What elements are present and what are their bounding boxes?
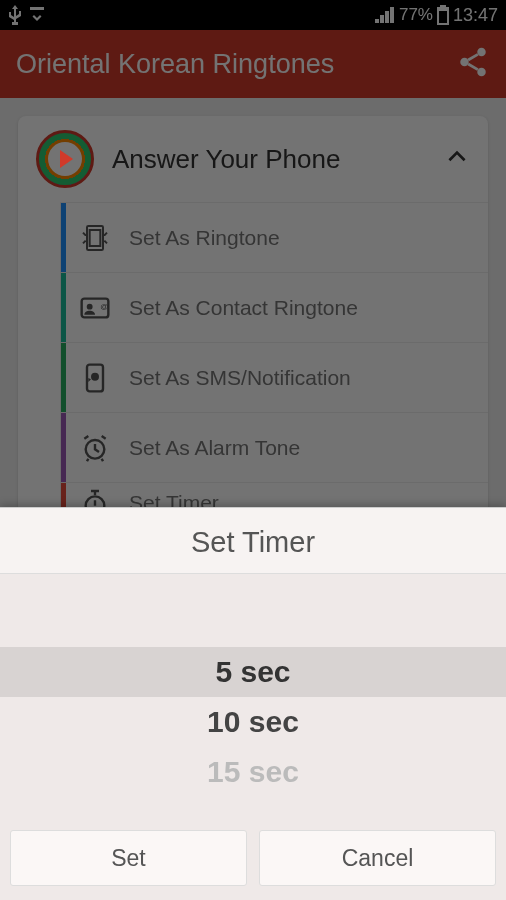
- screen: 77% 13:47 Oriental Korean Ringtones Answ…: [0, 0, 506, 900]
- dialog-actions: Set Cancel: [0, 822, 506, 900]
- set-button[interactable]: Set: [10, 830, 247, 886]
- picker-row-next[interactable]: 10 sec: [0, 697, 506, 747]
- cancel-button[interactable]: Cancel: [259, 830, 496, 886]
- picker-row-empty: [0, 607, 506, 647]
- play-icon: [60, 150, 73, 168]
- set-timer-dialog: Set Timer 5 sec 10 sec 15 sec Set Cancel: [0, 507, 506, 900]
- picker-row-selected[interactable]: 5 sec: [0, 647, 506, 697]
- picker-row-after[interactable]: 15 sec: [0, 747, 506, 797]
- dialog-title: Set Timer: [0, 508, 506, 574]
- timer-picker[interactable]: 5 sec 10 sec 15 sec: [0, 592, 506, 812]
